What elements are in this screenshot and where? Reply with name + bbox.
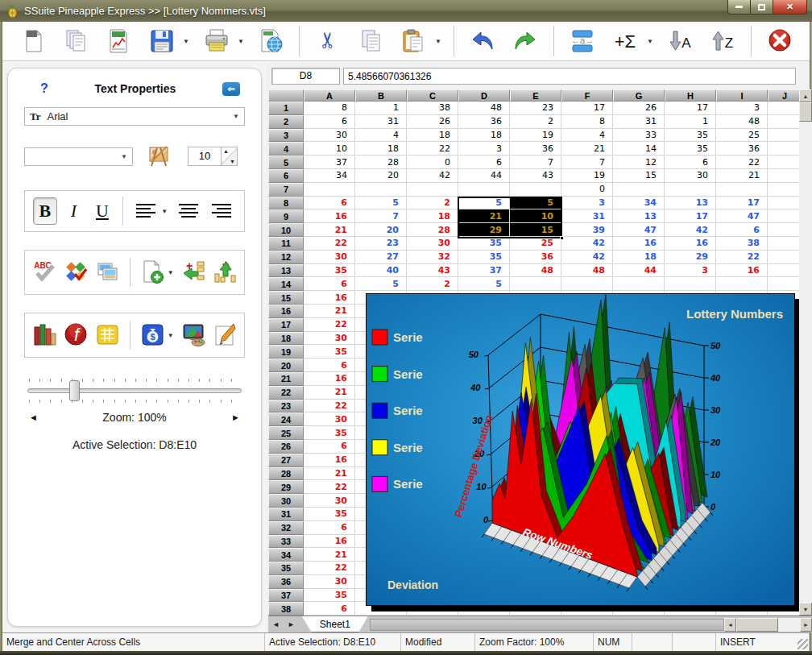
exit-button[interactable]: [762, 24, 798, 58]
chevron-down-icon[interactable]: ▼: [238, 38, 246, 45]
cell-C12[interactable]: 32: [407, 251, 458, 264]
row-header-34[interactable]: 34: [268, 548, 304, 562]
insert-column-button[interactable]: +: [180, 256, 206, 288]
row-header-2[interactable]: 2: [268, 115, 304, 129]
cell-I5[interactable]: 22: [716, 155, 768, 169]
cell-H2[interactable]: 1: [665, 115, 716, 129]
row-header-5[interactable]: 5: [268, 155, 304, 169]
cell-A30[interactable]: 30: [304, 494, 355, 508]
cell-A37[interactable]: 35: [304, 589, 355, 603]
sort-ascending-button[interactable]: A: [662, 24, 698, 58]
scroll-down-icon[interactable]: ▼: [799, 603, 812, 616]
cell-G3[interactable]: 33: [613, 129, 665, 143]
cell-J9[interactable]: [768, 209, 802, 223]
cell-B14[interactable]: 5: [355, 277, 407, 291]
cell-E2[interactable]: 2: [510, 115, 561, 129]
images-button[interactable]: [94, 256, 120, 288]
italic-button[interactable]: I: [62, 197, 86, 225]
row-header-17[interactable]: 17: [268, 318, 304, 332]
cell-B11[interactable]: 23: [355, 237, 407, 251]
formula-input[interactable]: [343, 68, 796, 85]
cell-J13[interactable]: [768, 264, 802, 278]
vertical-scroll-track[interactable]: [799, 122, 812, 603]
cell-F11[interactable]: 42: [561, 237, 613, 251]
cell-F8[interactable]: 3: [561, 197, 613, 210]
column-header-E[interactable]: E: [510, 89, 561, 102]
cell-J6[interactable]: [768, 169, 802, 183]
sort-descending-button[interactable]: Z: [705, 24, 740, 58]
column-header-A[interactable]: A: [304, 89, 355, 102]
cell-A33[interactable]: 16: [304, 535, 355, 549]
cell-B13[interactable]: 40: [355, 264, 407, 278]
cell-F1[interactable]: 17: [561, 102, 613, 115]
row-header-36[interactable]: 36: [268, 575, 304, 589]
cell-F14[interactable]: [561, 277, 613, 291]
cell-B6[interactable]: 20: [355, 169, 407, 183]
cell-C14[interactable]: 2: [407, 277, 458, 291]
cell-B5[interactable]: 28: [355, 155, 407, 169]
row-header-7[interactable]: 7: [268, 183, 304, 197]
cell-I7[interactable]: [716, 183, 768, 197]
cell-D7[interactable]: [458, 183, 510, 197]
cell-H13[interactable]: 3: [665, 264, 716, 278]
cell-A35[interactable]: 22: [304, 562, 355, 575]
copy-button[interactable]: [353, 24, 388, 58]
cell-C10[interactable]: 28: [407, 223, 458, 237]
cell-E1[interactable]: 23: [510, 102, 561, 115]
cell-B8[interactable]: 5: [355, 197, 407, 210]
font-style-select[interactable]: ▼: [24, 147, 133, 166]
row-header-25[interactable]: 25: [268, 426, 304, 440]
align-right-button[interactable]: [208, 195, 236, 227]
scroll-right-icon[interactable]: ►: [800, 618, 812, 632]
row-header-6[interactable]: 6: [268, 169, 304, 183]
cell-A24[interactable]: 30: [304, 412, 355, 426]
row-header-9[interactable]: 9: [268, 209, 304, 223]
row-header-31[interactable]: 31: [268, 508, 304, 521]
help-button[interactable]: ?: [40, 81, 48, 96]
cell-A29[interactable]: 22: [304, 480, 355, 494]
font-family-select[interactable]: Tr Arial ▼: [24, 107, 245, 126]
cell-I3[interactable]: 25: [716, 129, 768, 143]
column-header-B[interactable]: B: [355, 89, 407, 102]
cell-G10[interactable]: 47: [613, 223, 665, 237]
cell-A9[interactable]: 16: [304, 209, 355, 223]
cell-G11[interactable]: 16: [613, 237, 665, 251]
scroll-left-icon[interactable]: ◄: [724, 618, 736, 632]
cell-E6[interactable]: 43: [510, 169, 561, 183]
cell-reference-box[interactable]: D8: [271, 68, 340, 85]
row-header-28[interactable]: 28: [268, 467, 304, 481]
cell-B10[interactable]: 20: [355, 223, 407, 237]
print-button[interactable]: [198, 24, 234, 58]
row-header-21[interactable]: 21: [268, 372, 304, 386]
cell-A28[interactable]: 21: [304, 467, 355, 481]
cell-A15[interactable]: 16: [304, 291, 355, 305]
cell-E8[interactable]: 5: [510, 197, 561, 210]
cell-A34[interactable]: 21: [304, 548, 355, 562]
row-header-23[interactable]: 23: [268, 400, 304, 413]
cell-F10[interactable]: 39: [561, 223, 613, 237]
cell-D3[interactable]: 18: [458, 129, 510, 143]
cell-H9[interactable]: 17: [665, 209, 716, 223]
chart-document-button[interactable]: [101, 24, 136, 58]
cell-C3[interactable]: 18: [407, 129, 458, 143]
underline-button[interactable]: U: [90, 197, 114, 225]
cell-J8[interactable]: [768, 197, 802, 210]
cell-G5[interactable]: 12: [613, 155, 665, 169]
row-header-16[interactable]: 16: [268, 305, 304, 318]
cell-A38[interactable]: 6: [304, 602, 355, 616]
row-header-22[interactable]: 22: [268, 386, 304, 400]
cell-E10[interactable]: 15: [510, 223, 561, 237]
cell-A5[interactable]: 37: [304, 155, 355, 169]
cell-A7[interactable]: [304, 183, 355, 197]
cell-A16[interactable]: 21: [304, 305, 355, 318]
cell-D6[interactable]: 44: [458, 169, 510, 183]
cell-H12[interactable]: 29: [665, 251, 716, 264]
cell-F12[interactable]: 42: [561, 251, 613, 264]
redo-button[interactable]: [508, 24, 543, 58]
paste-button[interactable]: [396, 24, 431, 58]
chevron-down-icon[interactable]: ▼: [647, 38, 655, 45]
cell-C6[interactable]: 42: [407, 169, 458, 183]
cell-F7[interactable]: 0: [561, 183, 613, 197]
cell-A2[interactable]: 6: [304, 115, 355, 129]
row-header-11[interactable]: 11: [268, 237, 304, 251]
